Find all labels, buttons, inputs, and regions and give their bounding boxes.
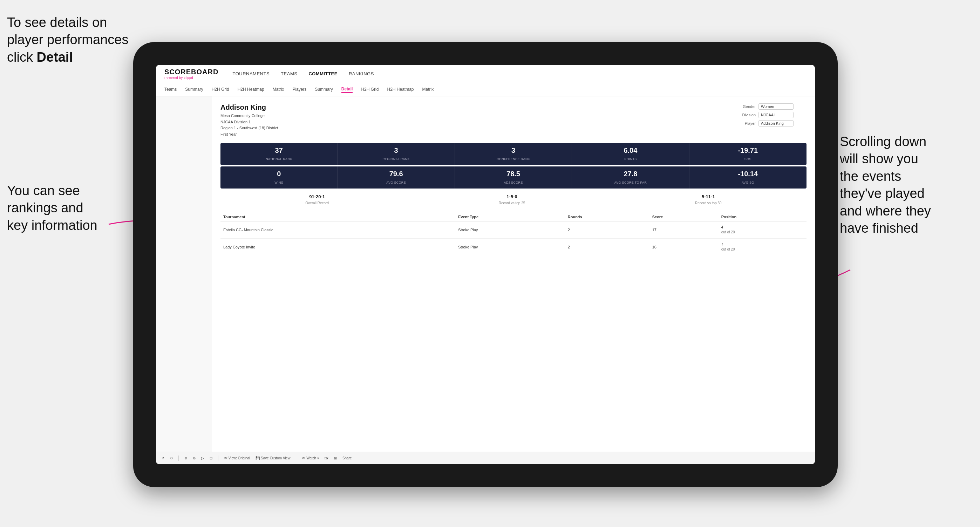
toolbar-zoom-out[interactable]: ⊖ bbox=[193, 456, 196, 460]
annotation-br-l1: Scrolling down bbox=[840, 134, 926, 149]
sub-nav-summary2[interactable]: Summary bbox=[315, 87, 332, 92]
division-control: Division NJCAA I bbox=[737, 112, 807, 118]
stat-wins: 0 Wins bbox=[221, 167, 337, 189]
td-position-2: 7out of 20 bbox=[719, 239, 807, 256]
stats-grid-row1: 37 National Rank 3 Regional Rank 3 Confe… bbox=[221, 143, 807, 165]
player-control: Player Addison King bbox=[737, 120, 807, 127]
player-school: Mesa Community College bbox=[221, 113, 278, 119]
gender-control: Gender Women bbox=[737, 103, 807, 110]
logo-text: SCOREBOARD bbox=[164, 68, 218, 76]
td-score-2: 16 bbox=[649, 239, 719, 256]
nav-tournaments[interactable]: TOURNAMENTS bbox=[232, 71, 269, 76]
stat-avg-score-par: 27.8 Avg Score to Par bbox=[572, 167, 689, 189]
sub-nav-h2h-heatmap[interactable]: H2H Heatmap bbox=[238, 87, 264, 92]
sub-nav-matrix2[interactable]: Matrix bbox=[422, 87, 434, 92]
th-rounds: Rounds bbox=[565, 213, 649, 221]
annotation-bottom-left: You can see rankings and key information bbox=[7, 182, 126, 234]
main-content: Addison King Mesa Community College NJCA… bbox=[156, 96, 815, 452]
toolbar-divider-3 bbox=[296, 456, 296, 461]
division-label: Division bbox=[737, 113, 756, 117]
logo-sub: Powered by clippd bbox=[164, 76, 218, 79]
toolbar-redo[interactable]: ↻ bbox=[170, 456, 173, 460]
th-score: Score bbox=[649, 213, 719, 221]
toolbar-grid[interactable]: ⊡ bbox=[210, 456, 212, 460]
stat-sos: -19.71 SoS bbox=[689, 143, 807, 165]
stats-grid-row2: 0 Wins 79.6 Avg Score 78.5 Adj Score 27.… bbox=[221, 167, 807, 189]
td-event-type-1: Stroke Play bbox=[455, 221, 565, 239]
stat-avg-sg: -10.14 Avg SG bbox=[689, 167, 807, 189]
gender-label: Gender bbox=[737, 105, 756, 109]
toolbar-layout[interactable]: ⊞ bbox=[334, 456, 337, 460]
table-row: Lady Coyote Invite Stroke Play 2 16 7out… bbox=[221, 239, 807, 256]
th-event-type: Event Type bbox=[455, 213, 565, 221]
toolbar-screen[interactable]: □▾ bbox=[325, 456, 328, 460]
sub-nav-teams[interactable]: Teams bbox=[164, 87, 177, 92]
td-position-1: 4out of 20 bbox=[719, 221, 807, 239]
player-info: Addison King Mesa Community College NJCA… bbox=[221, 103, 278, 137]
annotation-br-l6: have finished bbox=[840, 221, 918, 235]
sub-nav: Teams Summary H2H Grid H2H Heatmap Matri… bbox=[156, 83, 815, 96]
nav-rankings[interactable]: RANKINGS bbox=[349, 71, 374, 76]
td-event-type-2: Stroke Play bbox=[455, 239, 565, 256]
toolbar-save-custom[interactable]: 💾 Save Custom View bbox=[256, 456, 290, 460]
sub-nav-h2h-heatmap2[interactable]: H2H Heatmap bbox=[387, 87, 414, 92]
annotation-top-left: To see details on player performances cl… bbox=[7, 14, 140, 66]
player-division: NJCAA Division 1 bbox=[221, 119, 278, 125]
sub-nav-h2h-grid[interactable]: H2H Grid bbox=[212, 87, 229, 92]
annotation-tl-bold: Detail bbox=[37, 50, 73, 65]
sub-nav-matrix[interactable]: Matrix bbox=[273, 87, 284, 92]
stat-national-rank: 37 National Rank bbox=[221, 143, 337, 165]
annotation-br-l3: the events bbox=[840, 169, 901, 184]
toolbar-zoom-in[interactable]: ⊕ bbox=[185, 456, 187, 460]
stat-regional-rank: 3 Regional Rank bbox=[337, 143, 455, 165]
logo-area: SCOREBOARD Powered by clippd bbox=[164, 68, 218, 79]
td-rounds-2: 2 bbox=[565, 239, 649, 256]
td-tournament-2: Lady Coyote Invite bbox=[221, 239, 455, 256]
record-top25: 1-5-0 Record vs top 25 bbox=[499, 194, 525, 206]
stat-conference-rank: 3 Conference Rank bbox=[455, 143, 572, 165]
annotation-bottom-right: Scrolling down will show you the events … bbox=[840, 133, 973, 237]
annotation-bl-l2: rankings and bbox=[7, 200, 83, 215]
sub-nav-h2h-grid2[interactable]: H2H Grid bbox=[361, 87, 379, 92]
tablet-screen: SCOREBOARD Powered by clippd TOURNAMENTS… bbox=[156, 65, 815, 464]
annotation-br-l4: they've played bbox=[840, 186, 924, 201]
toolbar-fit[interactable]: ▷ bbox=[201, 456, 204, 460]
toolbar-watch[interactable]: 👁 Watch ▾ bbox=[302, 456, 319, 460]
toolbar-undo[interactable]: ↺ bbox=[162, 456, 164, 460]
stat-points: 6.04 Points bbox=[572, 143, 689, 165]
table-row: Estella CC- Mountain Classic Stroke Play… bbox=[221, 221, 807, 239]
record-overall: 91-20-1 Overall Record bbox=[305, 194, 329, 206]
player-label: Player bbox=[737, 121, 756, 125]
player-header: Addison King Mesa Community College NJCA… bbox=[221, 103, 807, 137]
annotation-bl-l1: You can see bbox=[7, 183, 80, 198]
player-region: Region 1 - Southwest (18) District bbox=[221, 125, 278, 132]
right-content: Addison King Mesa Community College NJCA… bbox=[212, 96, 815, 452]
td-rounds-1: 2 bbox=[565, 221, 649, 239]
toolbar-divider-2 bbox=[218, 456, 218, 461]
th-position: Position bbox=[719, 213, 807, 221]
stat-avg-score: 79.6 Avg Score bbox=[337, 167, 455, 189]
sub-nav-summary[interactable]: Summary bbox=[185, 87, 203, 92]
bottom-toolbar: ↺ ↻ ⊕ ⊖ ▷ ⊡ 👁 View: Original 💾 Save Cust… bbox=[156, 452, 815, 464]
annotation-br-l5: and where they bbox=[840, 203, 931, 218]
gender-select[interactable]: Women bbox=[759, 103, 794, 110]
record-top50: 5-11-1 Record vs top 50 bbox=[695, 194, 722, 206]
nav-teams[interactable]: TEAMS bbox=[281, 71, 297, 76]
td-score-1: 17 bbox=[649, 221, 719, 239]
player-select[interactable]: Addison King bbox=[759, 120, 794, 127]
nav-committee[interactable]: COMMITTEE bbox=[309, 71, 337, 76]
division-select[interactable]: NJCAA I bbox=[759, 112, 794, 118]
player-year: First Year bbox=[221, 132, 278, 138]
td-tournament-1: Estella CC- Mountain Classic bbox=[221, 221, 455, 239]
left-panel bbox=[156, 96, 212, 452]
th-tournament: Tournament bbox=[221, 213, 455, 221]
annotation-br-l2: will show you bbox=[840, 151, 918, 166]
annotation-bl-l3: key information bbox=[7, 218, 97, 233]
player-controls: Gender Women Division NJCAA I bbox=[737, 103, 807, 127]
toolbar-view-original[interactable]: 👁 View: Original bbox=[224, 456, 250, 460]
sub-nav-detail[interactable]: Detail bbox=[341, 87, 353, 93]
tablet-frame: SCOREBOARD Powered by clippd TOURNAMENTS… bbox=[133, 42, 838, 487]
toolbar-share[interactable]: Share bbox=[342, 456, 352, 460]
sub-nav-players[interactable]: Players bbox=[292, 87, 306, 92]
nav-bar: SCOREBOARD Powered by clippd TOURNAMENTS… bbox=[156, 65, 815, 83]
